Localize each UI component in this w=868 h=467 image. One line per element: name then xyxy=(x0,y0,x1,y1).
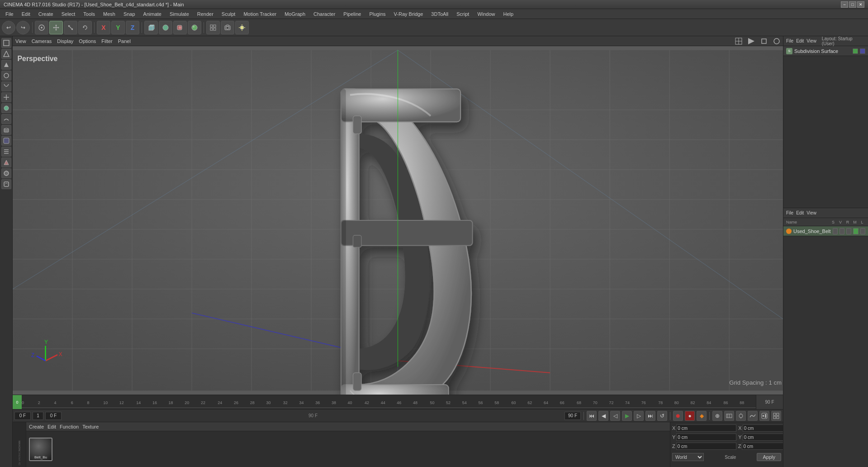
sidebar-btn-3[interactable] xyxy=(1,60,11,70)
mat-edit-menu[interactable]: Edit xyxy=(47,424,56,429)
sidebar-btn-13[interactable] xyxy=(1,168,11,178)
obj-m-btn[interactable] xyxy=(853,228,858,234)
z-input[interactable] xyxy=(676,443,736,450)
undo-button[interactable]: ↩ xyxy=(2,21,15,34)
menu-item-3dtoall[interactable]: 3DToAll xyxy=(427,10,452,18)
sidebar-btn-14[interactable] xyxy=(1,179,11,189)
sphere-button[interactable] xyxy=(159,21,172,34)
y-axis-button[interactable]: Y xyxy=(111,21,125,34)
mat-create-menu[interactable]: Create xyxy=(29,424,44,429)
grid-view-button[interactable] xyxy=(771,411,781,421)
scale-button[interactable] xyxy=(64,21,77,34)
coords-world-dropdown[interactable]: World Object Local xyxy=(672,453,704,461)
previous-frame-button[interactable]: ◁ xyxy=(610,411,620,421)
x-axis-button[interactable]: X xyxy=(97,21,110,34)
obj-l-btn[interactable] xyxy=(860,228,865,234)
sidebar-btn-12[interactable] xyxy=(1,157,11,167)
menu-item-character[interactable]: Character xyxy=(310,10,339,18)
x-input[interactable] xyxy=(676,424,736,432)
menu-item-render[interactable]: Render xyxy=(194,10,217,18)
record-button[interactable]: ⏺ xyxy=(673,411,683,421)
vp-panel-menu[interactable]: Panel xyxy=(118,38,131,44)
material-button[interactable] xyxy=(188,21,201,34)
sidebar-btn-5[interactable] xyxy=(1,81,11,91)
vp-options-menu[interactable]: Options xyxy=(79,38,96,44)
z-axis-button[interactable]: Z xyxy=(126,21,139,34)
sidebar-btn-9[interactable] xyxy=(1,125,11,135)
y-input[interactable] xyxy=(676,434,736,441)
live-selection-button[interactable] xyxy=(35,21,48,34)
grid-button[interactable] xyxy=(206,21,220,34)
move-button[interactable] xyxy=(49,21,63,34)
dope-sheet-button[interactable] xyxy=(736,411,746,421)
rp-obj-file-btn[interactable]: File xyxy=(786,210,793,215)
timeline-ruler[interactable]: for(let i=0; i<=90; i+=2) { const x = (i… xyxy=(22,395,756,409)
minimize-button[interactable]: – xyxy=(841,1,848,8)
menu-item-simulate[interactable]: Simulate xyxy=(166,10,193,18)
light-button[interactable] xyxy=(235,21,249,34)
keyframe-button[interactable]: ◆ xyxy=(697,411,707,421)
maximize-button[interactable]: □ xyxy=(849,1,856,8)
redo-button[interactable]: ↪ xyxy=(16,21,30,34)
vp-filter-menu[interactable]: Filter xyxy=(101,38,112,44)
obj-v-btn[interactable] xyxy=(840,228,844,234)
sidebar-btn-2[interactable] xyxy=(1,49,11,59)
menu-item-create[interactable]: Create xyxy=(35,10,57,18)
sidebar-btn-4[interactable] xyxy=(1,71,11,81)
auto-keyframe-button[interactable]: ● xyxy=(685,411,695,421)
sidebar-btn-11[interactable] xyxy=(1,147,11,157)
next-frame-button[interactable]: ▷ xyxy=(634,411,644,421)
camera-button[interactable] xyxy=(221,21,234,34)
menu-item-snap[interactable]: Snap xyxy=(120,10,139,18)
sidebar-btn-7[interactable] xyxy=(1,103,11,113)
menu-item-plugins[interactable]: Plugins xyxy=(365,10,389,18)
sidebar-btn-1[interactable] xyxy=(1,38,11,48)
rp-edit-btn[interactable]: Edit xyxy=(796,38,804,43)
material-swatch-0[interactable]: Belt_Bu xyxy=(29,438,52,461)
menu-item-animate[interactable]: Animate xyxy=(140,10,165,18)
menu-item-window[interactable]: Window xyxy=(474,10,498,18)
menu-item-tools[interactable]: Tools xyxy=(80,10,99,18)
vp-view-menu[interactable]: View xyxy=(15,38,26,44)
cube-button[interactable] xyxy=(144,21,158,34)
end-frame-input[interactable] xyxy=(564,412,581,420)
menu-item-motion-tracker[interactable]: Motion Tracker xyxy=(240,10,280,18)
menu-item-script[interactable]: Script xyxy=(453,10,473,18)
rp-obj-view-btn[interactable]: View xyxy=(806,210,816,215)
vp-cameras-menu[interactable]: Cameras xyxy=(32,38,52,44)
mat-texture-menu[interactable]: Texture xyxy=(82,424,99,429)
timeline[interactable]: 0 for(let i=0; i<=90; i+=2) { const x = … xyxy=(13,395,783,409)
subdivision-surface-item[interactable]: S Subdivision Surface xyxy=(783,46,868,56)
rp-view-btn[interactable]: View xyxy=(806,38,816,43)
paint-button[interactable] xyxy=(173,21,187,34)
obj-r-btn[interactable] xyxy=(846,228,851,234)
timeline-button[interactable] xyxy=(724,411,734,421)
fcurve-button[interactable] xyxy=(748,411,758,421)
go-to-start-button[interactable]: ⏮ xyxy=(587,411,597,421)
play-button[interactable]: ▶ xyxy=(622,411,632,421)
vp-display-menu[interactable]: Display xyxy=(57,38,73,44)
ss-visible-check[interactable] xyxy=(853,48,858,54)
rotate-button[interactable] xyxy=(78,21,92,34)
sidebar-btn-8[interactable] xyxy=(1,114,11,124)
motion-blend-button[interactable] xyxy=(759,411,769,421)
rp-obj-edit-btn[interactable]: Edit xyxy=(796,210,804,215)
menu-item-mesh[interactable]: Mesh xyxy=(100,10,119,18)
frame-start-input[interactable] xyxy=(14,412,31,420)
play-reverse-button[interactable]: ◀ xyxy=(598,411,608,421)
close-button[interactable]: ✕ xyxy=(857,1,864,8)
mat-function-menu[interactable]: Function xyxy=(60,424,79,429)
motion-path-button[interactable]: ⊕ xyxy=(712,411,722,421)
menu-item-sculpt[interactable]: Sculpt xyxy=(218,10,239,18)
menu-item-help[interactable]: Help xyxy=(500,10,517,18)
viewport[interactable]: Perspective Grid Spacing : 1 cm X Y Z xyxy=(13,46,783,395)
frame-step-input[interactable] xyxy=(33,412,43,420)
rp-file-btn[interactable]: File xyxy=(786,38,793,43)
menu-item-file[interactable]: File xyxy=(2,10,17,18)
go-to-end-button[interactable]: ⏭ xyxy=(645,411,655,421)
sidebar-btn-10[interactable] xyxy=(1,136,11,146)
menu-item-edit[interactable]: Edit xyxy=(18,10,34,18)
loop-button[interactable]: ↺ xyxy=(657,411,667,421)
menu-item-mograph[interactable]: MoGraph xyxy=(281,10,309,18)
object-list-item[interactable]: Used_Shoe_Belt xyxy=(783,226,868,236)
